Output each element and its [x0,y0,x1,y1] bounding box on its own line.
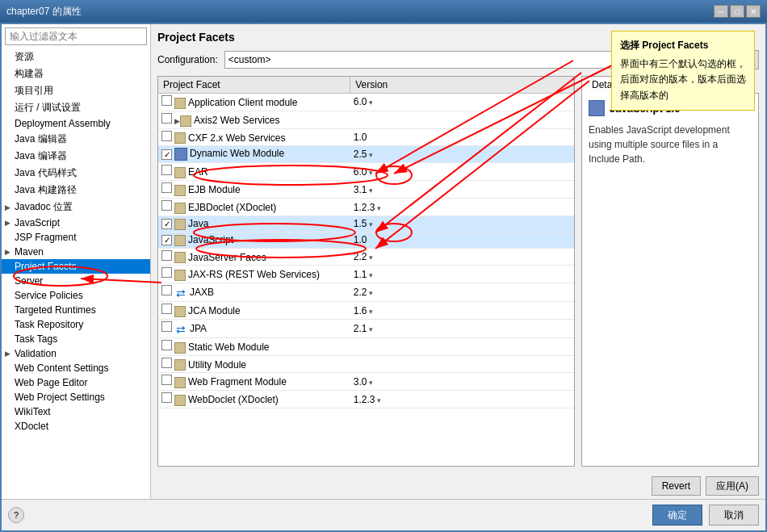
sidebar-item-server[interactable]: Server [2,274,150,288]
sidebar-item-资源[interactable]: 资源 [2,48,150,65]
table-row[interactable]: EAR6.0 ▾ [158,163,574,181]
sidebar-item-servicepolicies[interactable]: Service Policies [2,288,150,303]
table-row[interactable]: Dynamic Web Module2.5 ▾ [158,146,574,163]
table-row[interactable]: Application Client module6.0 ▾ [158,94,574,111]
facet-version: 2.2 [354,251,367,262]
content-area: Project Facet Version Application Client… [157,76,759,467]
window-controls[interactable]: ─ □ ✕ [714,5,761,18]
table-row[interactable]: WebDoclet (XDoclet)1.2.3 ▾ [158,391,574,408]
sidebar-item-java构建路径[interactable]: Java 构建路径 [2,182,150,199]
version-dropdown-icon[interactable]: ▾ [367,151,373,159]
version-dropdown-icon[interactable]: ▾ [367,379,373,387]
facet-checkbox[interactable] [161,113,172,124]
table-row[interactable]: CXF 2.x Web Services1.0 [158,128,574,146]
facet-checkbox[interactable] [161,340,172,350]
facet-checkbox[interactable] [161,95,172,106]
table-row[interactable]: Utility Module [158,355,574,373]
minimize-button[interactable]: ─ [714,5,728,18]
sidebar-item-wikitext[interactable]: WikiText [2,404,150,419]
sidebar-item-javascript[interactable]: ▶JavaScript [2,216,150,230]
table-row[interactable]: ⇄JPA2.1 ▾ [158,319,574,337]
sidebar-item-webcontentsettings[interactable]: Web Content Settings [2,361,150,375]
sidebar-item-label: Java 构建路径 [15,183,77,197]
sidebar-item-maven[interactable]: ▶Maven [2,245,150,259]
version-dropdown-icon[interactable]: ▾ [367,289,373,297]
sidebar-item-运行/调试设置[interactable]: 运行 / 调试设置 [2,99,150,116]
version-dropdown-icon[interactable]: ▾ [367,308,373,316]
config-select[interactable]: <custom> [224,51,633,69]
version-dropdown-icon[interactable]: ▾ [375,396,381,404]
sidebar-item-java代码样式[interactable]: Java 代码样式 [2,165,150,182]
facet-checkbox[interactable] [161,182,172,193]
facet-checkbox[interactable] [161,267,172,278]
table-row[interactable]: EJB Module3.1 ▾ [158,181,574,199]
facet-icon [174,377,186,388]
sidebar-item-xdoclet[interactable]: XDoclet [2,419,150,434]
col-facet: Project Facet [158,77,350,94]
facet-checkbox[interactable] [161,131,172,141]
sidebar-item-构建器[interactable]: 构建器 [2,65,150,82]
close-button[interactable]: ✕ [746,5,761,18]
help-icon[interactable]: ? [8,507,24,523]
facet-checkbox[interactable] [161,165,172,175]
sidebar-item-java编译器[interactable]: Java 编译器 [2,148,150,165]
facet-checkbox[interactable] [161,149,172,160]
sidebar-item-webpageeditor[interactable]: Web Page Editor [2,375,150,390]
table-row[interactable]: Java1.5 ▾ [158,216,574,232]
table-row[interactable]: JavaServer Faces2.2 ▾ [158,248,574,266]
facet-version-cell: 1.5 ▾ [350,216,574,232]
table-row[interactable]: Static Web Module [158,337,574,355]
ok-button[interactable]: 确定 [652,505,702,526]
sidebar-item-label: 项目引用 [15,84,53,98]
version-dropdown-icon[interactable]: ▾ [375,204,381,212]
filter-input[interactable] [5,27,147,45]
facet-checkbox[interactable] [161,375,172,385]
version-dropdown-icon[interactable]: ▾ [367,169,373,177]
facet-checkbox[interactable] [161,200,172,211]
sidebar-item-javadoc位置[interactable]: ▶Javadoc 位置 [2,199,150,216]
facet-icon [180,115,191,127]
facet-label: EJB Module [188,184,241,195]
facet-checkbox[interactable] [161,392,172,403]
sidebar-item-项目引用[interactable]: 项目引用 [2,82,150,99]
table-row[interactable]: EJBDoclet (XDoclet)1.2.3 ▾ [158,199,574,216]
version-dropdown-icon[interactable]: ▾ [367,186,373,195]
facet-version: 3.0 [354,376,367,387]
table-row[interactable]: JAX-RS (REST Web Services)1.1 ▾ [158,266,574,283]
sidebar-item-jspfragment[interactable]: JSP Fragment [2,230,150,245]
table-row[interactable]: JavaScript1.0 [158,232,574,248]
table-row[interactable]: ▶Axis2 Web Services [158,111,574,128]
sidebar-item-validation[interactable]: ▶Validation [2,346,150,361]
sidebar-item-java编辑器[interactable]: Java 编辑器 [2,131,150,148]
facet-checkbox[interactable] [161,358,172,368]
revert-button[interactable]: Revert [652,476,701,496]
facet-version-cell: 1.1 ▾ [350,266,574,283]
version-dropdown-icon[interactable]: ▾ [367,271,373,279]
version-dropdown-icon[interactable]: ▾ [367,98,373,107]
table-row[interactable]: ⇄JAXB2.2 ▾ [158,283,574,302]
sidebar-item-taskrepository[interactable]: Task Repository [2,317,150,332]
facet-label: Application Client module [188,97,297,108]
version-dropdown-icon[interactable]: ▾ [367,325,373,333]
sidebar-item-tasktags[interactable]: Task Tags [2,332,150,346]
facet-checkbox[interactable] [161,304,172,314]
facet-checkbox[interactable] [161,321,172,332]
sidebar-item-targetedruntimes[interactable]: Targeted Runtimes [2,303,150,317]
facet-checkbox[interactable] [161,250,172,261]
cancel-button[interactable]: 取消 [709,505,759,526]
facet-version: 1.6 [354,305,367,316]
facet-label: EAR [188,166,208,178]
facet-version-cell: 1.2.3 ▾ [350,391,574,408]
sidebar-item-deploymentassembly[interactable]: Deployment Assembly [2,116,150,131]
table-row[interactable]: Web Fragment Module3.0 ▾ [158,373,574,391]
version-dropdown-icon[interactable]: ▾ [367,220,373,228]
facet-checkbox[interactable] [161,235,172,245]
facet-checkbox[interactable] [161,219,172,229]
maximize-button[interactable]: □ [730,5,744,18]
apply-button[interactable]: 应用(A) [706,476,759,496]
facet-checkbox[interactable] [161,285,172,295]
version-dropdown-icon[interactable]: ▾ [367,253,373,262]
table-row[interactable]: JCA Module1.6 ▾ [158,302,574,320]
sidebar-item-webprojectsettings[interactable]: Web Project Settings [2,390,150,404]
sidebar-item-projectfacets[interactable]: Project Facets [2,259,150,274]
